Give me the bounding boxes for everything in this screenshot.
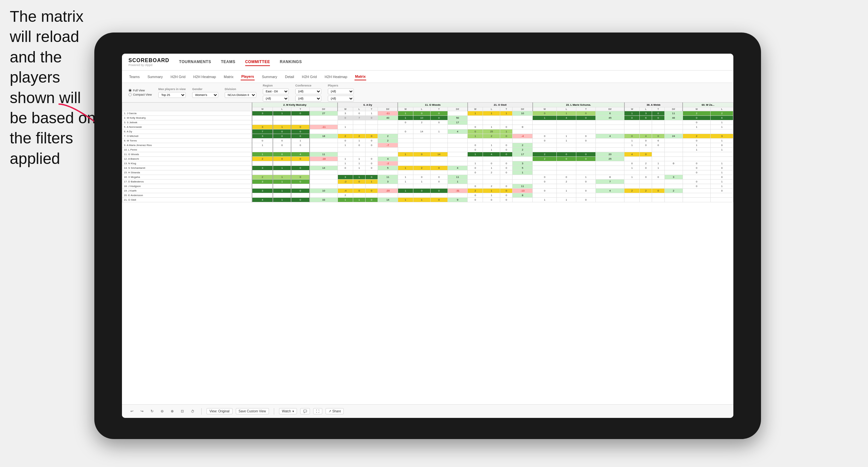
nav-committee[interactable]: COMMITTEE xyxy=(245,58,270,66)
matrix-cell xyxy=(291,120,309,125)
matrix-cell: 0 xyxy=(468,125,483,129)
row-player-name: 18. J Hodgson xyxy=(122,184,252,189)
share-btn[interactable]: ↗ Share xyxy=(326,408,344,414)
save-custom-btn[interactable]: Save Custom View xyxy=(236,408,269,414)
matrix-cell: 0 xyxy=(500,152,513,157)
conference-select[interactable]: (All) xyxy=(295,89,321,94)
matrix-cell xyxy=(413,134,430,138)
gender-filter: Gender Women's xyxy=(192,88,218,98)
wlt-w5: W xyxy=(533,107,557,111)
matrix-cell xyxy=(557,129,576,134)
sub-nav-h2h-heatmap1[interactable]: H2H Heatmap xyxy=(192,73,217,80)
division-select[interactable]: NCAA Division II xyxy=(225,92,256,98)
sub-nav-summary1[interactable]: Summary xyxy=(147,73,163,80)
col-header-mulcahy: 2. M Kelly Mulcahy xyxy=(252,103,338,107)
matrix-cell: 3 xyxy=(640,111,652,116)
matrix-cell: 11 xyxy=(310,152,338,157)
toolbar-sep2 xyxy=(274,408,274,415)
view-original-label: View: Original xyxy=(210,409,229,413)
matrix-cell: 18 xyxy=(310,134,338,138)
matrix-cell xyxy=(365,148,378,152)
matrix-cell xyxy=(596,166,624,170)
gender-select[interactable]: Women's xyxy=(192,92,218,98)
full-view-option[interactable]: Full View xyxy=(128,89,152,92)
matrix-cell xyxy=(378,193,398,198)
nav-teams[interactable]: TEAMS xyxy=(221,58,236,66)
sub-nav-matrix2[interactable]: Matrix xyxy=(354,73,366,80)
matrix-cell xyxy=(252,184,273,189)
matrix-cell: 0 xyxy=(576,189,596,193)
matrix-cell xyxy=(378,129,398,134)
matrix-cell xyxy=(338,152,353,157)
sub-nav-detail[interactable]: Detail xyxy=(284,73,294,80)
full-view-radio[interactable] xyxy=(128,89,132,92)
wlt-l5: L xyxy=(557,107,576,111)
undo-btn[interactable]: ↩ xyxy=(128,408,135,414)
matrix-cell: 0 xyxy=(652,175,664,180)
matrix-cell: 6 xyxy=(640,116,652,120)
players-sub-select[interactable]: (All) xyxy=(328,96,354,101)
matrix-cell: 3 xyxy=(252,111,273,116)
matrix-cell: 2 xyxy=(513,148,533,152)
matrix-cell xyxy=(310,175,338,180)
matrix-cell: 5 xyxy=(378,166,398,170)
matrix-cell: 1 xyxy=(483,125,500,129)
matrix-cell: 1 xyxy=(483,166,500,170)
matrix-cell: 1 xyxy=(468,161,483,166)
matrix-cell xyxy=(664,184,683,189)
region-select[interactable]: East - DII xyxy=(263,89,289,94)
zoom-in-btn[interactable]: ⊕ xyxy=(169,408,176,414)
matrix-cell xyxy=(430,143,447,148)
matrix-cell xyxy=(353,152,365,157)
sub-nav-teams[interactable]: Teams xyxy=(128,73,140,80)
zoom-out-btn[interactable]: ⊖ xyxy=(159,408,165,414)
matrix-cell xyxy=(640,157,652,161)
matrix-cell: 2 xyxy=(252,175,273,180)
timer-btn[interactable]: ⏱ xyxy=(189,408,196,414)
comment-btn[interactable]: 💬 xyxy=(300,408,310,414)
matrix-cell xyxy=(513,129,533,134)
col-header-stoll: 21. O Stoll xyxy=(468,103,533,107)
matrix-cell xyxy=(273,120,291,125)
watch-label: Watch xyxy=(282,409,291,413)
matrix-cell xyxy=(398,170,413,175)
matrix-cell: 2 xyxy=(533,152,557,157)
matrix-cell xyxy=(273,193,291,198)
nav-rankings[interactable]: RANKINGS xyxy=(280,58,302,66)
fullscreen-btn[interactable]: ⛶ xyxy=(313,408,322,414)
matrix-cell: 1 xyxy=(533,198,557,202)
conference-filter: Conference (All) (All) xyxy=(295,84,321,101)
matrix-cell xyxy=(576,166,596,170)
refresh-btn[interactable]: ↻ xyxy=(149,408,155,414)
sub-nav-h2h-grid2[interactable]: H2H Grid xyxy=(301,73,317,80)
nav-tournaments[interactable]: TOURNAMENTS xyxy=(179,58,211,66)
matrix-cell: 0 xyxy=(683,116,711,120)
matrix-cell: 0 xyxy=(365,134,378,138)
conference-sub-select[interactable]: (All) xyxy=(295,96,321,101)
matrix-cell: 0 xyxy=(576,157,596,161)
compact-view-option[interactable]: Compact View xyxy=(128,93,152,96)
fit-btn[interactable]: ⊡ xyxy=(179,408,186,414)
watch-btn[interactable]: Watch ▾ xyxy=(279,408,297,414)
matrix-cell xyxy=(624,148,640,152)
view-original-btn[interactable]: View: Original xyxy=(207,408,232,414)
redo-btn[interactable]: ↪ xyxy=(138,408,145,414)
sub-nav-h2h-heatmap2[interactable]: H2H Heatmap xyxy=(324,73,348,80)
matrix-content[interactable]: 2. M Kelly Mulcahy 6. A Dy 11. G Woods 2… xyxy=(122,102,733,404)
matrix-cell: 0 xyxy=(711,166,733,170)
sub-nav-players[interactable]: Players xyxy=(241,73,255,80)
players-select[interactable]: (All) xyxy=(328,89,354,94)
sub-nav-matrix1[interactable]: Matrix xyxy=(223,73,234,80)
matrix-cell xyxy=(398,134,413,138)
row-player-name: 7. O Mitchell xyxy=(122,134,252,138)
max-players-select[interactable]: Top 25 xyxy=(158,92,186,98)
matrix-cell: 1 xyxy=(252,143,273,148)
matrix-cell: 11 xyxy=(378,175,398,180)
compact-view-radio[interactable] xyxy=(128,93,132,96)
region-sub-select[interactable]: (All) xyxy=(263,96,289,101)
matrix-cell: 0 xyxy=(711,175,733,180)
matrix-cell: 0 xyxy=(711,189,733,193)
matrix-cell: 2 xyxy=(468,189,483,193)
sub-nav-h2h-grid1[interactable]: H2H Grid xyxy=(170,73,186,80)
sub-nav-summary2[interactable]: Summary xyxy=(261,73,278,80)
